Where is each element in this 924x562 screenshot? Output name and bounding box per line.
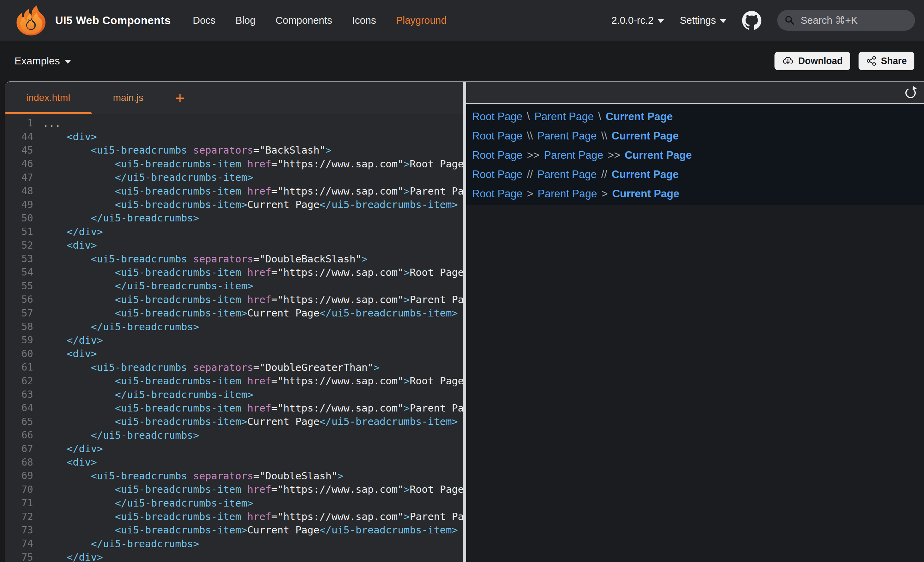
code-token: </ui5-breadcrumbs-item> [320, 524, 458, 536]
examples-dropdown[interactable]: Examples [15, 55, 71, 67]
share-button[interactable]: Share [858, 52, 914, 70]
nav-link-playground[interactable]: Playground [396, 15, 447, 26]
code-line-text: </ui5-breadcrumbs-item> [43, 497, 253, 509]
breadcrumb-link[interactable]: Root Page [472, 188, 523, 200]
line-number: 64 [5, 402, 33, 414]
tab-index-html[interactable]: index.html [5, 82, 92, 114]
breadcrumb-link[interactable]: Root Page [472, 111, 523, 123]
breadcrumb-current: Current Page [612, 188, 680, 200]
breadcrumb-row: Root Page\\Parent Page\\Current Page [472, 126, 924, 146]
code-line: 66</ui5-breadcrumbs> [5, 429, 463, 442]
nav-link-icons[interactable]: Icons [352, 15, 376, 26]
settings-dropdown[interactable]: Settings [680, 15, 726, 26]
breadcrumb-link[interactable]: Root Page [472, 168, 523, 181]
code-line: 45<ui5-breadcrumbs separators="BackSlash… [5, 144, 463, 157]
code-line-text: <ui5-breadcrumbs-item href="https://www.… [43, 402, 463, 414]
code-line-text: </div> [43, 334, 103, 346]
line-number: 65 [5, 416, 33, 427]
code-token: ="https://www.sap.com" [272, 158, 404, 170]
brand[interactable]: UI5 Web Components [14, 5, 171, 36]
code-token: ="DoubleGreaterThan" [253, 361, 374, 373]
line-number: 61 [5, 361, 33, 373]
code-line: 55</ui5-breadcrumbs-item> [5, 279, 463, 293]
github-link[interactable] [742, 10, 761, 30]
line-number: 59 [5, 334, 33, 346]
examples-label: Examples [15, 55, 60, 67]
code-token: > [326, 144, 332, 156]
code-line-text: <ui5-breadcrumbs-item>Current Page</ui5-… [43, 307, 458, 319]
code-line: 70<ui5-breadcrumbs-item href="https://ww… [5, 483, 463, 496]
breadcrumb-link[interactable]: Parent Page [537, 130, 597, 142]
breadcrumb-link[interactable]: Parent Page [538, 188, 597, 200]
code-token: ="https://www.sap.com" [272, 484, 404, 495]
preview-content: Root Page\Parent Page\Current PageRoot P… [466, 104, 924, 205]
line-number: 50 [5, 213, 33, 224]
code-token: ="DoubleSlash" [253, 470, 337, 482]
code-token: href [248, 511, 272, 522]
add-tab-button[interactable]: + [165, 82, 195, 114]
code-token: href [248, 294, 272, 306]
code-token: <ui5-breadcrumbs-item [115, 511, 248, 522]
search-input[interactable] [800, 15, 908, 27]
code-token: <ui5-breadcrumbs [91, 361, 193, 373]
code-line: 50</ui5-breadcrumbs> [5, 211, 463, 225]
line-number: 45 [5, 145, 33, 156]
code-line-text: </ui5-breadcrumbs-item> [43, 280, 253, 292]
breadcrumb-link[interactable]: Parent Page [534, 111, 594, 123]
code-line-text: </ui5-breadcrumbs> [43, 429, 199, 441]
breadcrumb-row: Root Page\Parent Page\Current Page [472, 107, 924, 126]
breadcrumb-link[interactable]: Parent Page [537, 168, 597, 181]
code-token: > [404, 267, 410, 278]
code-line-text: <ui5-breadcrumbs-item href="https://www.… [43, 375, 463, 387]
code-line-text: </ui5-breadcrumbs> [43, 538, 199, 550]
code-line-text: </div> [43, 443, 103, 454]
nav-link-docs[interactable]: Docs [193, 15, 216, 26]
line-number: 1 [5, 117, 33, 129]
code-line: 44<div> [5, 130, 463, 143]
nav-link-blog[interactable]: Blog [236, 15, 256, 26]
code-line: 60<div> [5, 347, 463, 361]
breadcrumb-link[interactable]: Root Page [472, 149, 523, 162]
breadcrumb-current: Current Page [625, 149, 692, 162]
examples-bar: Examples Download Share [0, 40, 924, 81]
code-token: Current Page [248, 307, 320, 319]
refresh-button[interactable] [903, 85, 918, 100]
code-token: <ui5-breadcrumbs-item [115, 402, 248, 414]
nav-link-components[interactable]: Components [276, 15, 332, 26]
code-token: > [404, 375, 410, 387]
line-number: 44 [5, 131, 33, 142]
tab-main-js[interactable]: main.js [92, 82, 165, 114]
breadcrumb-link[interactable]: Parent Page [544, 149, 603, 162]
breadcrumb-link[interactable]: Root Page [472, 130, 523, 142]
breadcrumb-separator: // [527, 168, 533, 181]
code-line-text: <ui5-breadcrumbs separators="BackSlash"> [43, 144, 332, 156]
line-number: 62 [5, 375, 33, 387]
chevron-down-icon [65, 60, 71, 64]
github-icon [742, 10, 761, 30]
code-token: href [248, 484, 272, 495]
line-number: 72 [5, 511, 33, 522]
page-title: UI5 Web Components [55, 14, 171, 27]
code-token: href [248, 267, 272, 278]
code-line: 63</ui5-breadcrumbs-item> [5, 388, 463, 401]
line-number: 73 [5, 525, 33, 536]
version-dropdown[interactable]: 2.0.0-rc.2 [612, 15, 664, 26]
line-number: 49 [5, 199, 33, 210]
code-token: > [404, 511, 410, 522]
code-token: </div> [67, 334, 103, 346]
code-line: 51</div> [5, 225, 463, 238]
panel-splitter[interactable] [463, 82, 466, 562]
code-line-text: <ui5-breadcrumbs separators="DoubleBackS… [43, 253, 368, 265]
breadcrumb-separator: > [602, 188, 608, 200]
line-number: 74 [5, 538, 33, 549]
code-editor[interactable]: 1...44<div>45<ui5-breadcrumbs separators… [5, 114, 463, 562]
code-line: 56<ui5-breadcrumbs-item href="https://ww… [5, 293, 463, 306]
line-number: 63 [5, 389, 33, 400]
code-line-text: </div> [43, 226, 103, 238]
code-token: ="https://www.sap.com" [272, 294, 404, 306]
code-line-text: <ui5-breadcrumbs-item>Current Page</ui5-… [43, 524, 458, 536]
code-token: > [362, 253, 367, 265]
code-line: 52<div> [5, 239, 463, 252]
editor-tabbar: index.htmlmain.js + [5, 82, 463, 114]
download-button[interactable]: Download [774, 52, 850, 70]
